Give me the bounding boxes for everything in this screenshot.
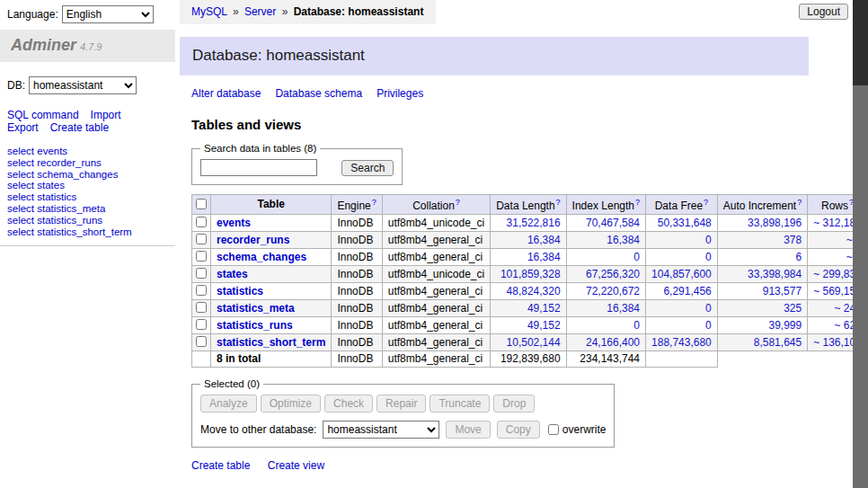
language-select[interactable]: English	[62, 5, 154, 23]
logout-button[interactable]: Logout	[799, 4, 848, 20]
bulk-action-button[interactable]: Optimize	[261, 395, 321, 413]
data-free-cell: 188,743,680	[646, 334, 718, 351]
table-select-link[interactable]: select recorder_runs	[7, 157, 102, 168]
create-table-sidebar-link[interactable]: Create table	[50, 121, 109, 134]
row-checkbox-cell	[192, 300, 211, 317]
breadcrumb-mysql-link[interactable]: MySQL	[191, 5, 227, 18]
db-action-link[interactable]: Privileges	[376, 87, 423, 100]
table-select-link[interactable]: select statistics_meta	[7, 203, 105, 214]
column-header: Table	[211, 195, 332, 215]
table-name-link[interactable]: schema_changes	[217, 251, 306, 263]
help-link[interactable]: ?	[797, 198, 802, 207]
row-checkbox[interactable]	[196, 336, 207, 347]
row-checkbox-cell	[192, 249, 211, 266]
table-select-link[interactable]: select schema_changes	[7, 169, 118, 180]
collation-cell: utf8mb4_unicode_ci	[382, 215, 490, 232]
table-name-link[interactable]: recorder_runs	[217, 234, 289, 246]
column-header-label: Index Length	[572, 200, 634, 212]
table-row: statistics InnoDB utf8mb4_general_ci 48,…	[192, 283, 868, 300]
sql-command-link[interactable]: SQL command	[7, 109, 79, 121]
table-name-link[interactable]: statistics_short_term	[217, 336, 325, 349]
sidebar-action-links: SQL commandImport ExportCreate table	[0, 109, 175, 134]
engine-cell: InnoDB	[332, 317, 382, 334]
table-select-link[interactable]: select statistics_short_term	[7, 226, 132, 237]
collation-cell: utf8mb4_general_ci	[382, 232, 490, 249]
table-select-link[interactable]: select statistics_runs	[7, 215, 102, 226]
table-row: events InnoDB utf8mb4_unicode_ci 31,522,…	[192, 215, 868, 232]
row-checkbox[interactable]	[196, 234, 207, 244]
select-all-checkbox[interactable]	[196, 199, 207, 209]
db-action-link[interactable]: Database schema	[275, 87, 362, 100]
total-index-length-cell: 234,143,744	[566, 351, 645, 368]
language-label: Language:	[7, 8, 58, 21]
engine-cell: InnoDB	[332, 266, 382, 283]
bulk-action-button[interactable]: Drop	[493, 395, 535, 413]
table-name-cell: events	[211, 215, 332, 232]
sidebar-table-item: select schema_changes	[7, 169, 175, 181]
move-button[interactable]: Move	[446, 421, 490, 439]
overwrite-label: overwrite	[562, 423, 607, 436]
table-name-link[interactable]: statistics_runs	[217, 319, 293, 332]
content-inner: Alter databaseDatabase schemaPrivileges …	[180, 87, 809, 488]
help-link[interactable]: ?	[635, 198, 640, 207]
breadcrumb-server-link[interactable]: Server	[244, 5, 276, 18]
db-select[interactable]: homeassistant	[29, 76, 137, 94]
search-button[interactable]: Search	[341, 160, 394, 176]
help-link[interactable]: ?	[556, 198, 561, 207]
scrollbar-thumb[interactable]	[853, 0, 868, 85]
engine-cell: InnoDB	[332, 215, 382, 232]
table-name-link[interactable]: statistics	[217, 285, 263, 297]
table-select-link[interactable]: select states	[7, 180, 65, 191]
table-name-cell: recorder_runs	[211, 232, 332, 249]
export-link[interactable]: Export	[7, 121, 39, 134]
auto-increment-cell: 378	[717, 232, 807, 249]
data-free-cell: 0	[646, 232, 718, 249]
engine-cell: InnoDB	[332, 232, 382, 249]
auto-increment-cell: 33,898,196	[717, 215, 807, 232]
auto-increment-cell: 33,398,984	[717, 266, 807, 283]
search-input[interactable]	[200, 159, 317, 176]
adminer-brand: Adminer	[11, 36, 76, 54]
auto-increment-cell: 39,999	[717, 317, 807, 334]
help-link[interactable]: ?	[704, 198, 708, 207]
copy-button[interactable]: Copy	[497, 421, 540, 439]
bulk-action-button[interactable]: Repair	[376, 395, 426, 413]
table-select-link[interactable]: select events	[7, 146, 67, 156]
table-name-link[interactable]: states	[217, 268, 248, 280]
create-table-link[interactable]: Create table	[191, 459, 250, 472]
adminer-logo: Adminer4.7.9	[0, 30, 175, 62]
bulk-action-button[interactable]: Truncate	[430, 395, 490, 413]
table-name-cell: schema_changes	[211, 249, 332, 266]
help-link[interactable]: ?	[456, 198, 460, 207]
row-checkbox[interactable]	[196, 319, 207, 330]
create-view-link[interactable]: Create view	[268, 459, 324, 472]
sidebar-table-item: select statistics_short_term	[7, 226, 175, 238]
row-checkbox[interactable]	[196, 268, 207, 279]
total-empty-cell	[192, 351, 211, 368]
move-db-select[interactable]: homeassistant	[323, 421, 439, 439]
collation-cell: utf8mb4_unicode_ci	[382, 266, 490, 283]
table-name-link[interactable]: events	[217, 217, 251, 229]
help-link[interactable]: ?	[372, 198, 376, 207]
table-select-link[interactable]: select statistics	[7, 191, 76, 202]
db-action-links: Alter databaseDatabase schemaPrivileges	[191, 87, 809, 100]
overwrite-checkbox[interactable]	[548, 424, 559, 435]
column-header-label: Engine	[337, 200, 370, 212]
db-selector-row: DB:homeassistant	[0, 76, 175, 94]
column-header: Data Length?	[491, 195, 566, 215]
vertical-scrollbar[interactable]	[853, 0, 868, 488]
table-name-link[interactable]: statistics_meta	[217, 302, 295, 315]
row-checkbox[interactable]	[196, 285, 207, 296]
sidebar-table-item: select statistics_meta	[7, 203, 175, 215]
bulk-action-button[interactable]: Check	[324, 395, 373, 413]
column-header: Index Length?	[566, 195, 645, 215]
row-checkbox[interactable]	[196, 251, 207, 262]
row-checkbox[interactable]	[196, 217, 207, 227]
import-link[interactable]: Import	[91, 109, 121, 121]
main-content: MySQL » Server » Database: homeassistant…	[180, 0, 809, 488]
collation-cell: utf8mb4_general_ci	[382, 283, 490, 300]
row-checkbox[interactable]	[196, 302, 207, 313]
db-action-link[interactable]: Alter database	[191, 87, 261, 100]
table-row: statistics_meta InnoDB utf8mb4_general_c…	[192, 300, 868, 317]
bulk-action-button[interactable]: Analyze	[200, 395, 257, 413]
